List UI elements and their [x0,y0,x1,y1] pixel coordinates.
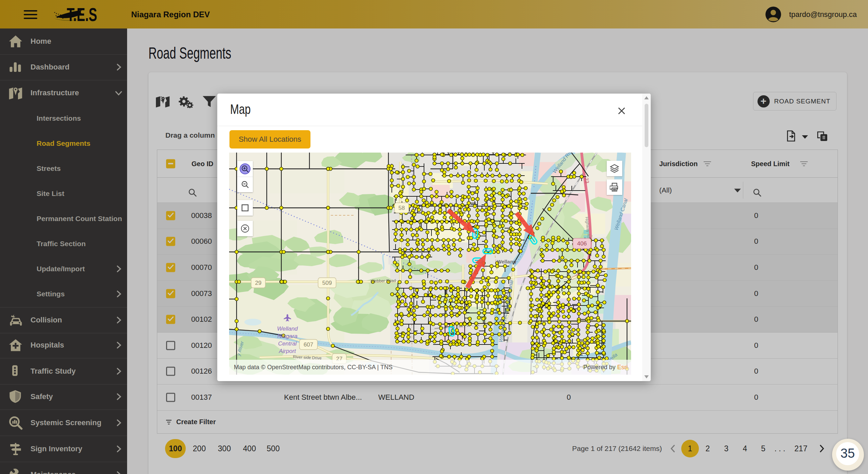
svg-text:Webber Road: Webber Road [371,278,396,283]
svg-text:Airport: Airport [279,348,296,354]
svg-text:23: 23 [584,177,590,184]
svg-text:58: 58 [399,205,405,211]
svg-text:Welland: Welland [277,325,298,332]
svg-text:29: 29 [255,280,262,286]
svg-text:509: 509 [322,280,332,286]
svg-text:406: 406 [577,240,587,247]
svg-text:607: 607 [304,341,313,348]
svg-text:Niagara: Niagara [277,333,298,339]
svg-text:Welland: Welland [497,259,516,264]
svg-text:Central: Central [278,340,297,347]
